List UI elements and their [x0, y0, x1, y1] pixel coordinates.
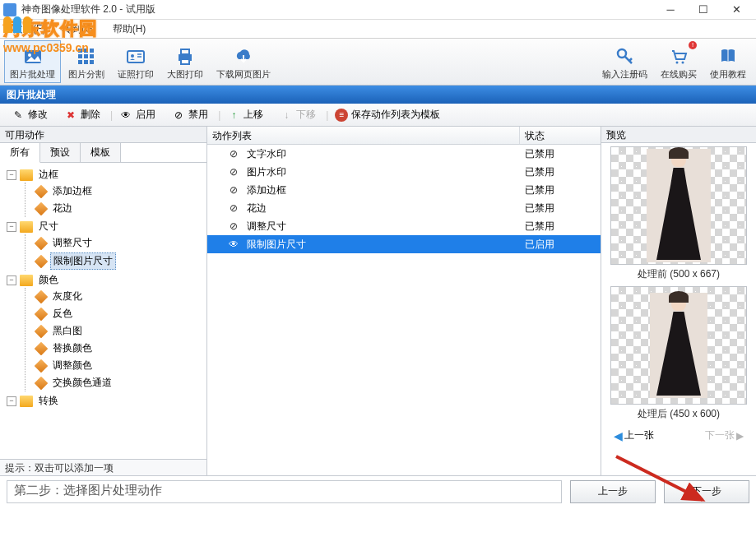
printer-icon: [173, 45, 197, 68]
eye-off-icon: ⊘: [227, 184, 240, 196]
main-toolbar: 图片批处理 图片分割 证照打印 大图打印 下载网页图片 输入注册码 ! 在线购买…: [0, 38, 756, 86]
action-enable[interactable]: 👁启用: [113, 106, 162, 123]
key-icon: [613, 45, 638, 68]
box-icon: [35, 359, 49, 373]
action-savetpl[interactable]: ≡保存动作列表为模板: [328, 106, 447, 123]
left-panel: 可用动作 所有 预设 模板 −边框 添加边框 花边 −尺寸 调整尺寸 限制图片尺…: [0, 127, 207, 475]
eye-off-icon: ⊘: [227, 202, 240, 214]
menu-help[interactable]: 帮助(H): [104, 21, 155, 38]
caption-after: 处理后 (450 x 600): [638, 407, 720, 421]
folder-icon: [20, 396, 33, 407]
preview-title: 预览: [601, 127, 756, 143]
tool-label: 在线购买: [661, 68, 697, 81]
tool-batch[interactable]: 图片批处理: [4, 40, 61, 83]
eye-off-icon: ⊘: [227, 148, 240, 160]
action-movedown[interactable]: ↓下移: [273, 106, 322, 123]
tool-split[interactable]: 图片分割: [63, 40, 110, 83]
cart-icon: [666, 45, 691, 68]
tree-item-resize[interactable]: 调整尺寸: [35, 235, 205, 251]
tool-label: 图片批处理: [10, 68, 55, 81]
list-row[interactable]: ⊘花边已禁用: [207, 199, 601, 217]
close-button[interactable]: ✕: [720, 0, 753, 20]
action-tree[interactable]: −边框 添加边框 花边 −尺寸 调整尺寸 限制图片尺寸 −颜色 灰度化 反色: [0, 163, 206, 459]
list-row[interactable]: ⊘调整尺寸已禁用: [207, 217, 601, 235]
tree-item-huesat[interactable]: 调整颜色: [35, 358, 205, 373]
list-row-selected[interactable]: 👁限制图片尺寸已启用: [207, 235, 601, 253]
svg-rect-6: [84, 54, 88, 58]
eye-icon: 👁: [119, 109, 132, 122]
image-icon: [21, 45, 45, 68]
tab-preset[interactable]: 预设: [40, 143, 81, 162]
tool-buy[interactable]: ! 在线购买: [655, 40, 703, 83]
next-step-button[interactable]: 下一步: [664, 480, 749, 503]
action-delete[interactable]: ✖删除: [58, 106, 107, 123]
svg-point-21: [676, 61, 679, 63]
svg-point-12: [131, 54, 134, 58]
tree-item-gray[interactable]: 灰度化: [35, 289, 205, 304]
tree-folder-size[interactable]: −尺寸: [7, 219, 205, 234]
minimize-button[interactable]: ─: [654, 0, 687, 20]
folder-icon: [20, 275, 33, 286]
middle-panel: 动作列表 状态 ⊘文字水印已禁用 ⊘图片水印已禁用 ⊘添加边框已禁用 ⊘花边已禁…: [207, 127, 601, 475]
prev-step-button[interactable]: 上一步: [570, 480, 656, 503]
col-action[interactable]: 动作列表: [207, 127, 520, 144]
tree-item-bw[interactable]: 黑白图: [35, 323, 205, 339]
window-title: 神奇图像处理软件 2.0 - 试用版: [21, 2, 654, 16]
svg-rect-17: [181, 59, 189, 64]
section-header: 图片批处理: [0, 86, 756, 104]
menubar: 文件(F) 转到(G) 帮助(H): [0, 20, 756, 38]
tree-item-invert[interactable]: 反色: [35, 306, 205, 322]
svg-rect-9: [84, 60, 88, 64]
box-icon: [35, 324, 49, 338]
tree-item-addborder[interactable]: 添加边框: [35, 183, 205, 199]
tree-folder-color[interactable]: −颜色: [7, 272, 205, 288]
action-list[interactable]: ⊘文字水印已禁用 ⊘图片水印已禁用 ⊘添加边框已禁用 ⊘花边已禁用 ⊘调整尺寸已…: [207, 145, 601, 475]
action-moveup[interactable]: ↑上移: [220, 106, 270, 123]
tab-template[interactable]: 模板: [81, 143, 121, 162]
tree-folder-convert[interactable]: −转换: [7, 393, 205, 409]
tree-folder-border[interactable]: −边框: [7, 167, 205, 183]
box-icon: [35, 254, 49, 268]
box-icon: [35, 376, 49, 390]
tree-item-swap[interactable]: 交换颜色通道: [35, 375, 205, 391]
eye-off-icon: ⊘: [227, 166, 240, 178]
folder-icon: [20, 221, 33, 233]
action-modify[interactable]: ✎修改: [5, 106, 54, 123]
list-row[interactable]: ⊘添加边框已禁用: [207, 181, 601, 199]
badge-icon: !: [689, 41, 697, 49]
eye-off-icon: ⊘: [172, 109, 185, 122]
box-icon: [35, 289, 49, 303]
tool-regcode[interactable]: 输入注册码: [596, 40, 653, 83]
tree-item-lace[interactable]: 花边: [35, 201, 205, 216]
svg-rect-2: [78, 49, 82, 53]
folder-icon: [20, 169, 33, 181]
tree-item-replace[interactable]: 替换颜色: [35, 340, 205, 356]
arrow-up-icon: ↑: [227, 109, 240, 122]
titlebar: 神奇图像处理软件 2.0 - 试用版 ─ ☐ ✕: [0, 0, 756, 20]
list-row[interactable]: ⊘图片水印已禁用: [207, 163, 601, 181]
menu-file[interactable]: 文件(F): [5, 21, 53, 38]
preview-prev-button[interactable]: ◀上一张: [610, 428, 657, 443]
maximize-button[interactable]: ☐: [687, 0, 720, 20]
preview-after: [610, 286, 747, 405]
save-icon: ≡: [335, 109, 348, 122]
svg-rect-3: [84, 49, 88, 53]
right-panel: 预览 处理前 (500 x 667) 处理后 (450 x 600) ◀上一张 …: [601, 127, 756, 475]
menu-goto[interactable]: 转到(G): [53, 21, 104, 38]
box-icon: [35, 236, 49, 250]
grid-icon: [74, 45, 99, 68]
tool-download[interactable]: 下载网页图片: [211, 40, 276, 83]
tool-tutorial[interactable]: 使用教程: [704, 40, 752, 83]
tree-item-limitsize[interactable]: 限制图片尺寸: [35, 252, 205, 270]
action-disable[interactable]: ⊘禁用: [165, 106, 215, 123]
svg-rect-7: [90, 54, 94, 58]
tab-all[interactable]: 所有: [0, 143, 40, 163]
tool-label: 大图打印: [167, 68, 203, 81]
col-status[interactable]: 状态: [520, 127, 601, 144]
tool-idprint[interactable]: 证照打印: [112, 40, 160, 83]
book-icon: [716, 45, 740, 68]
tool-bigprint[interactable]: 大图打印: [161, 40, 209, 83]
list-row[interactable]: ⊘文字水印已禁用: [207, 145, 601, 163]
preview-next-button[interactable]: 下一张▶: [702, 428, 747, 443]
svg-line-20: [629, 58, 632, 61]
